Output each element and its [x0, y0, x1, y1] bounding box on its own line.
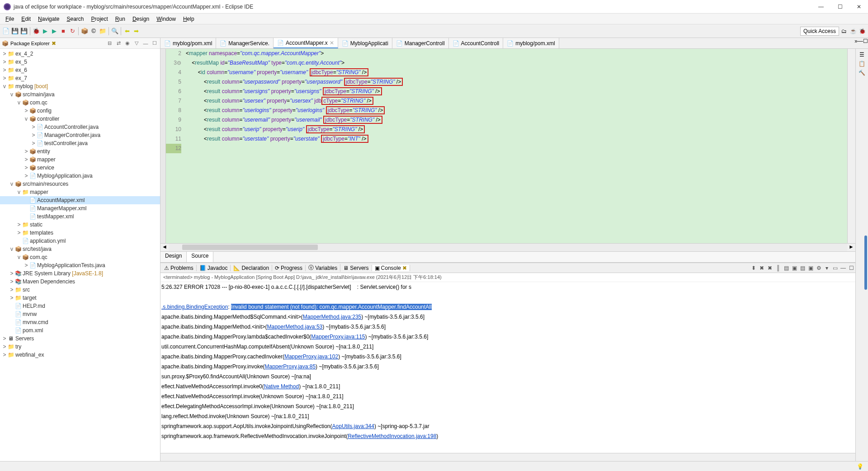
new-icon[interactable]: 📄 [2, 27, 10, 35]
overview-ruler[interactable] [847, 49, 855, 243]
editor-tab[interactable]: 📄myblog/pom.xml [160, 38, 216, 48]
tree-item[interactable]: >🖥Servers [0, 334, 160, 343]
tree-item[interactable]: >📁try [0, 343, 160, 351]
tree-item[interactable]: v📦controller [0, 115, 160, 123]
tree-item[interactable]: >📁ex_5 [0, 58, 160, 66]
menu-design[interactable]: Design [129, 15, 153, 23]
tree-item[interactable]: >📄ManagerController.java [0, 131, 160, 139]
stack-link[interactable]: MapperMethod.java:53 [267, 324, 322, 330]
console-toolbtn-10[interactable]: ▭ [831, 264, 839, 272]
menu-edit[interactable]: Edit [18, 15, 34, 23]
editor-hscroll[interactable]: ◄ ► [160, 243, 855, 251]
saveall-icon[interactable]: 💾 [20, 27, 28, 35]
relaunch-icon[interactable]: ↻ [68, 27, 76, 35]
console-toolbtn-6[interactable]: ▤ [799, 264, 806, 272]
stop-icon[interactable]: ■ [59, 27, 67, 35]
tree-item[interactable]: 📄mvnw.cmd [0, 318, 160, 326]
console-hscroll[interactable] [160, 453, 855, 461]
tree-item[interactable]: v📦src/test/java [0, 245, 160, 253]
tasklist-icon[interactable]: 📋 [859, 61, 865, 67]
newtype-icon[interactable]: 📁 [99, 27, 107, 35]
tree-item[interactable]: >📄testController.java [0, 139, 160, 147]
stack-link[interactable]: MapperMethod.java:235 [303, 314, 361, 320]
maximize-button[interactable]: ☐ [835, 1, 845, 12]
close-button[interactable]: ✕ [854, 1, 864, 12]
newclass-icon[interactable]: © [90, 27, 98, 35]
tree-item[interactable]: >📁src [0, 286, 160, 294]
tree-item[interactable]: >📁ex_4_2 [0, 50, 160, 58]
console-toolbtn-3[interactable]: ║ [774, 264, 782, 272]
tree-item[interactable]: >📁templates [0, 229, 160, 237]
menu-window[interactable]: Window [153, 15, 179, 23]
view-menu-icon[interactable]: ▽ [133, 40, 140, 47]
editor-tab[interactable]: 📄ManagerControll [392, 38, 449, 48]
xml-editor[interactable]: 23⊖456789101112 <mapper namespace="com.q… [160, 49, 855, 243]
tree-item[interactable]: >📦config [0, 107, 160, 115]
bottom-tab-javadoc[interactable]: 📘Javadoc [197, 265, 231, 271]
editor-tab[interactable]: 📄myblog/pom.xml [503, 38, 559, 48]
tree-item[interactable]: >📁webfinal_ex [0, 351, 160, 359]
menu-navigate[interactable]: Navigate [34, 15, 63, 23]
tree-item[interactable]: >📁ex_6 [0, 66, 160, 74]
menu-project[interactable]: Project [87, 15, 111, 23]
tree-item[interactable]: 📄application.yml [0, 237, 160, 245]
menu-run[interactable]: Run [112, 15, 129, 23]
forward-icon[interactable]: ➡ [132, 27, 140, 35]
link-editor-icon[interactable]: ⇄ [115, 40, 122, 47]
save-icon[interactable]: 💾 [11, 27, 19, 35]
search-icon[interactable]: 🔍 [111, 27, 119, 35]
designsrc-tab-design[interactable]: Design [160, 252, 187, 262]
min-editor-icon[interactable]: — [858, 38, 863, 48]
tree-item[interactable]: 📄mvnw [0, 310, 160, 318]
bottom-tab-variables[interactable]: ⓥVariables [306, 264, 340, 272]
console-toolbtn-12[interactable]: ☐ [848, 264, 855, 272]
console-output[interactable]: 5:26.327 ERROR 17028 --- [p-nio-80-exec-… [160, 282, 855, 453]
tree-item[interactable]: 📄testMapper.xml [0, 212, 160, 221]
run-icon[interactable]: ▶ [41, 27, 49, 35]
menu-file[interactable]: File [2, 15, 18, 23]
bottom-tab-console[interactable]: ▣Console ✖ [372, 265, 410, 271]
console-toolbtn-4[interactable]: ▤ [783, 264, 790, 272]
bottom-tab-problems[interactable]: ⚠Problems [161, 265, 197, 271]
editor-tab[interactable]: 📄ManagerService. [216, 38, 274, 48]
perspective-debug-icon[interactable]: 🐞 [858, 27, 866, 35]
tree-item[interactable]: v📦com.qc [0, 99, 160, 107]
more-tabs-icon[interactable]: » [854, 38, 858, 48]
perspective-open-icon[interactable]: 🗂 [840, 27, 848, 35]
maximize-view-icon[interactable]: ☐ [151, 40, 158, 47]
console-toolbtn-1[interactable]: ✖ [758, 264, 765, 272]
stack-link[interactable]: Native Method [264, 383, 299, 390]
outline-icon[interactable]: ☰ [859, 52, 864, 58]
console-toolbtn-7[interactable]: ▣ [807, 264, 814, 272]
build-icon[interactable]: 🔨 [859, 70, 865, 76]
editor-tab[interactable]: 📄AccountMapper.x✕ [274, 38, 338, 48]
minimize-view-icon[interactable]: — [142, 40, 149, 47]
stack-link[interactable]: MapperProxy.java:102 [284, 353, 338, 360]
bottom-tab-declaration[interactable]: 📐Declaration [231, 265, 272, 271]
console-toolbtn-11[interactable]: — [840, 264, 847, 272]
stack-link[interactable]: ReflectiveMethodInvocation.java:198 [348, 433, 436, 439]
tree-item[interactable]: >📁ex_7 [0, 74, 160, 82]
tree-item[interactable]: 📄ManagerMapper.xml [0, 204, 160, 212]
focus-icon[interactable]: ◉ [124, 40, 131, 47]
stack-link[interactable]: .s.binding.BindingException [161, 304, 228, 310]
tree-item[interactable]: >📦entity [0, 147, 160, 155]
console-toolbtn-5[interactable]: ▣ [791, 264, 798, 272]
code-area[interactable]: <mapper namespace="com.qc.mapper.Account… [184, 49, 847, 243]
stack-link[interactable]: MapperProxy.java:115 [311, 334, 365, 340]
tree-item[interactable]: >📚Maven Dependencies [0, 278, 160, 286]
menu-search[interactable]: Search [63, 15, 87, 23]
menu-help[interactable]: Help [179, 15, 198, 23]
minimize-button[interactable]: — [816, 1, 826, 12]
max-editor-icon[interactable]: ☐ [863, 38, 868, 48]
tree-item[interactable]: >📚JRE System Library [JavaSE-1.8] [0, 269, 160, 278]
tree-item[interactable]: v📁myblog [boot] [0, 82, 160, 90]
debug-icon[interactable]: 🐞 [32, 27, 40, 35]
console-toolbtn-8[interactable]: ⚙ [815, 264, 822, 272]
tree-item[interactable]: v📁mapper [0, 188, 160, 196]
tree-item[interactable]: v📦src/main/resources [0, 180, 160, 188]
console-toolbtn-9[interactable]: ▾ [823, 264, 830, 272]
tree-item[interactable]: 📄HELP.md [0, 302, 160, 310]
newpkg-icon[interactable]: 📦 [80, 27, 89, 35]
tree-item[interactable]: >📦mapper [0, 155, 160, 164]
